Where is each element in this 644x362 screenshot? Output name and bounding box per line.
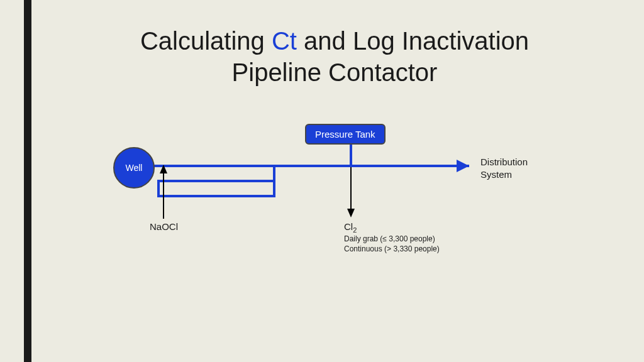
well-label: Well <box>126 163 143 173</box>
pipeline-svg <box>113 126 553 289</box>
cl2-label-base: Cl <box>344 221 353 232</box>
distribution-line1: Distribution <box>480 156 528 167</box>
naocl-label: NaOCl <box>150 221 178 232</box>
pipeline-diagram: Well Pressure Tank NaOCl Cl2 Daily grab … <box>113 126 553 289</box>
cl2-detail-line2: Continuous (> 3,330 people) <box>344 244 440 253</box>
distribution-line2: System <box>480 169 512 180</box>
pressure-tank-label: Pressure Tank <box>315 129 375 140</box>
cl2-detail-line1: Daily grab (≤ 3,300 people) <box>344 234 435 243</box>
pressure-tank-node: Pressure Tank <box>305 124 386 145</box>
title-suffix: and Log Inactivation <box>297 27 529 55</box>
slide-accent-bar <box>24 0 31 362</box>
flow-arrowhead-icon <box>457 160 469 172</box>
pipeline-path <box>147 166 469 196</box>
distribution-label: Distribution System <box>480 156 528 180</box>
cl2-label: Cl2 <box>344 221 357 234</box>
slide-title: Calculating Ct and Log Inactivation Pipe… <box>50 25 619 88</box>
well-node: Well <box>113 147 155 189</box>
cl2-label-sub: 2 <box>353 226 357 234</box>
cl2-detail: Daily grab (≤ 3,300 people) Continuous (… <box>344 234 440 254</box>
title-prefix: Calculating <box>140 27 272 55</box>
title-ct: Ct <box>272 27 297 55</box>
cl2-arrowhead-icon <box>347 209 355 217</box>
title-line2: Pipeline Contactor <box>232 58 438 86</box>
